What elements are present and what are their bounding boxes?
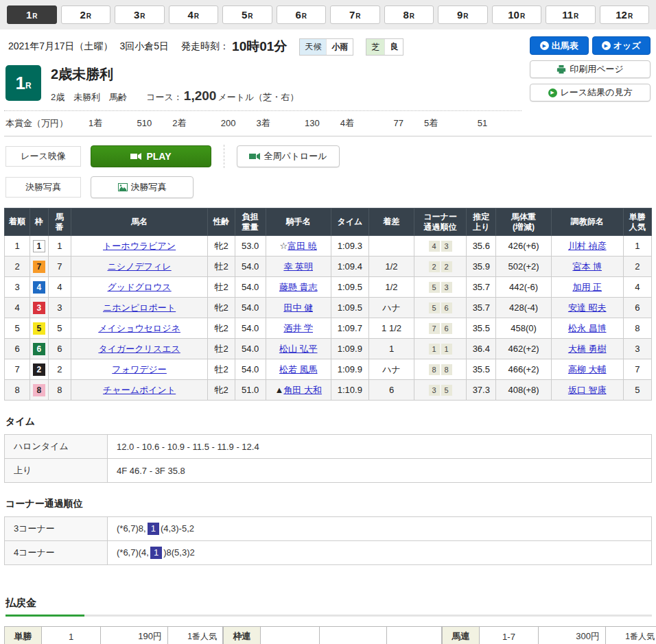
last-3f: 35.7 [467, 277, 496, 298]
horse-name-link[interactable]: タイガークリスエス [98, 344, 180, 354]
horse-name-link[interactable]: フォワデジー [112, 364, 167, 374]
corner-order-cell: 22 [414, 257, 467, 277]
entry-table-label: 出馬表 [552, 40, 578, 52]
column-header: 負担 重量 [235, 208, 266, 236]
jockey-link[interactable]: 藤懸 貴志 [279, 282, 318, 292]
race-tab-3r[interactable]: 3R [115, 5, 165, 24]
trainer-link[interactable]: 大橋 勇樹 [568, 344, 607, 354]
trainer-link[interactable]: 川村 禎彦 [568, 241, 607, 251]
trainer-link[interactable]: 宮本 博 [572, 261, 602, 272]
jockey-link[interactable]: 富田 暁 [288, 241, 317, 251]
jockey-link[interactable]: 幸 英明 [283, 261, 313, 272]
race-tab-1r[interactable]: 1R [7, 5, 57, 24]
course-distance: 1,200 [184, 88, 217, 103]
payout-popularity: 1番人気 [168, 627, 223, 644]
jockey-cell: 松山 弘平 [266, 339, 331, 359]
entry-table-button[interactable]: ▶ 出馬表 [530, 36, 589, 55]
order-text: )8(5,3)2 [163, 547, 195, 558]
trainer-link[interactable]: 加用 正 [572, 282, 602, 292]
race-tab-8r[interactable]: 8R [384, 5, 434, 24]
horse-name-link[interactable]: グッドグロウス [108, 282, 172, 292]
carried-weight: 51.0 [235, 380, 266, 401]
photo-icon [118, 183, 128, 191]
jockey-link[interactable]: 松若 風馬 [279, 364, 318, 374]
course-label: コース： [146, 92, 183, 102]
race-tab-number: 6 [295, 9, 301, 21]
horse-name-link[interactable]: チャームポイント [103, 385, 176, 395]
jockey-link[interactable]: 酒井 学 [283, 323, 313, 333]
row-label: 上り [5, 459, 108, 483]
result-row: 277ニシノデフィレ牡254.0幸 英明1:09.41/22235.9502(+… [5, 257, 652, 277]
payout-bet-type: 馬連 [443, 627, 480, 644]
print-page-label: 印刷用ページ [570, 63, 624, 75]
jockey-link[interactable]: 田中 健 [283, 302, 313, 313]
race-tab-11r[interactable]: 11R [546, 5, 596, 24]
row-value: 12.0 - 10.6 - 10.9 - 11.5 - 11.9 - 12.4 [108, 435, 652, 459]
race-tab-number: 1 [26, 9, 32, 21]
prize-amount: 77 [354, 118, 403, 128]
race-tab-number: 10 [508, 9, 519, 21]
prize-place: 2着 [172, 118, 186, 128]
horse-name-link[interactable]: トーホウラビアン [103, 241, 176, 251]
race-tab-6r[interactable]: 6R [277, 5, 327, 24]
race-tab-7r[interactable]: 7R [330, 5, 380, 24]
race-tab-number: 9 [457, 9, 462, 21]
finish-position: 3 [5, 277, 30, 298]
trainer-link[interactable]: 松永 昌博 [568, 323, 607, 333]
header-action-buttons: ▶ 出馬表 ▶ オッズ 印刷用ページ ▶ レース結果の見方 [530, 36, 651, 102]
race-meeting: 3回小倉5日 [120, 40, 169, 53]
print-page-button[interactable]: 印刷用ページ [530, 60, 651, 78]
trainer-link[interactable]: 高柳 大輔 [568, 364, 607, 374]
row-label: ハロンタイム [5, 435, 108, 459]
carried-weight: 54.0 [235, 359, 266, 380]
race-tab-suffix: R [248, 12, 253, 20]
corner-position-badge: 3 [441, 241, 452, 252]
payout-row: 枠連 [224, 627, 442, 644]
time-table-row: ハロンタイム12.0 - 10.6 - 10.9 - 11.5 - 11.9 -… [5, 435, 652, 459]
race-tab-10r[interactable]: 10R [492, 5, 542, 24]
patrol-video-button[interactable]: 全周パトロール [237, 145, 340, 167]
waku-badge: 8 [33, 384, 45, 396]
last-3f: 37.3 [467, 380, 496, 401]
horse-number: 3 [48, 298, 71, 318]
waku-badge: 3 [33, 302, 45, 314]
race-tab-suffix: R [628, 12, 633, 20]
weather-badge: 天候 小雨 [299, 38, 353, 56]
video-camera-icon [249, 152, 260, 160]
trainer-link[interactable]: 坂口 智康 [568, 385, 607, 395]
jockey-link[interactable]: 松山 弘平 [279, 344, 318, 354]
play-button[interactable]: PLAY [91, 145, 211, 167]
trainer-link[interactable]: 安達 昭夫 [568, 302, 607, 313]
waku-badge: 5 [33, 322, 45, 335]
turf-condition-badge: 芝 良 [366, 38, 403, 56]
corner-position-badge: 5 [441, 385, 452, 396]
horse-name-link[interactable]: ニホンピロポート [103, 302, 176, 313]
race-tab-12r[interactable]: 12R [600, 5, 650, 24]
finish-position: 5 [5, 318, 30, 339]
horse-name-cell: チャームポイント [71, 380, 208, 401]
race-tab-4r[interactable]: 4R [169, 5, 219, 24]
last-3f: 35.6 [467, 236, 496, 257]
odds-button[interactable]: ▶ オッズ [592, 36, 651, 55]
payout-bet-type: 枠連 [224, 627, 261, 644]
race-video-label: レース映像 [5, 146, 81, 167]
horse-name-cell: タイガークリスエス [71, 339, 208, 359]
corner-order-cell: 88 [414, 359, 467, 380]
jockey-link[interactable]: 角田 大和 [283, 385, 322, 395]
payout-col-0: 単勝1190円1番人気複勝1110円1番人気7120円2番人気4140円4番人気 [4, 626, 223, 644]
race-tab-suffix: R [302, 12, 307, 20]
finish-time: 1:09.9 [331, 359, 369, 380]
margin: 1/2 [369, 277, 414, 298]
race-tab-9r[interactable]: 9R [438, 5, 488, 24]
results-tbody: 111トーホウラビアン牝253.0☆富田 暁1:09.34335.6426(+6… [5, 236, 652, 401]
highlighted-horse-number: 1 [148, 523, 159, 535]
horse-name-link[interactable]: メイショウセロジネ [98, 323, 180, 333]
race-tab-2r[interactable]: 2R [61, 5, 111, 24]
horse-name-link[interactable]: ニシノデフィレ [108, 261, 172, 272]
payout-amount: 300円 [539, 627, 606, 644]
corner-position-badge: 5 [429, 302, 440, 313]
race-tab-5r[interactable]: 5R [222, 5, 272, 24]
results-guide-button[interactable]: ▶ レース結果の見方 [530, 84, 651, 102]
finish-photo-button[interactable]: 決勝写真 [91, 176, 194, 198]
win-favorite-rank: 2 [623, 257, 651, 277]
